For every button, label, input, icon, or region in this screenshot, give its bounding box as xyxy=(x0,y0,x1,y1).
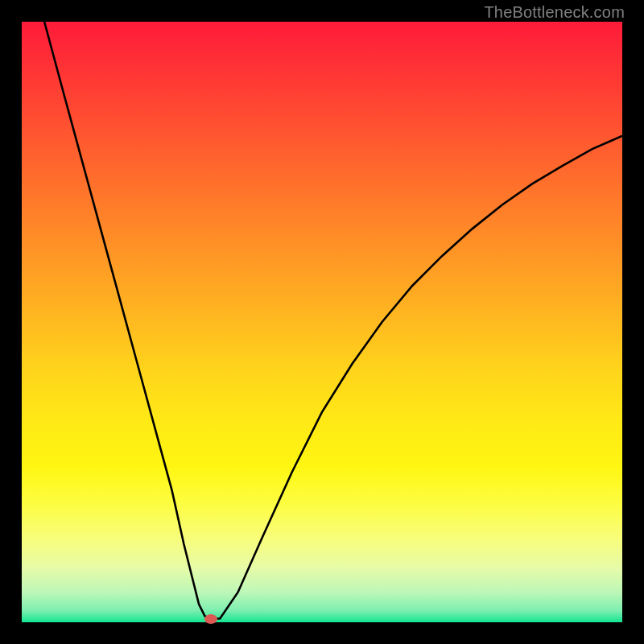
watermark-text: TheBottleneck.com xyxy=(484,3,625,22)
curve-path xyxy=(43,22,622,619)
bottleneck-curve xyxy=(22,22,622,622)
optimal-point-marker xyxy=(204,614,217,624)
chart-plot-area xyxy=(22,22,622,622)
